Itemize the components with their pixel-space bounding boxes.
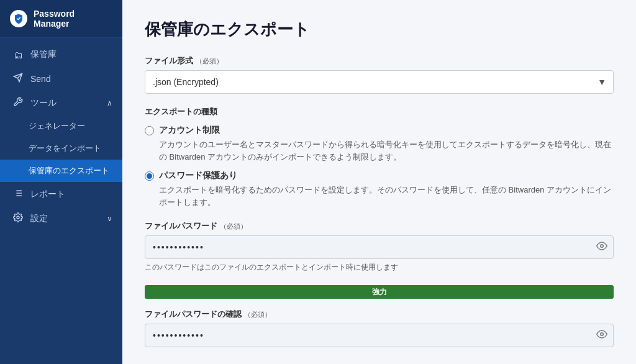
radio-option-account-restricted: アカウント制限 アカウントのユーザー名とマスターパスワードから得られる暗号化キー…	[145, 125, 614, 163]
confirm-password-label: ファイルパスワードの確認（必須）	[145, 309, 614, 320]
sidebar-item-vault-label: 保管庫	[30, 49, 57, 60]
radio-row-password: パスワード保護あり	[145, 170, 614, 181]
page-title: 保管庫のエクスポート	[145, 19, 614, 40]
radio-password-label[interactable]: パスワード保護あり	[159, 170, 237, 181]
strength-bar-container: 強力	[145, 285, 614, 299]
sidebar-item-generator[interactable]: ジェネレーター	[0, 115, 122, 137]
file-format-select-wrapper: .json (Encrypted) .json .csv ▼	[145, 70, 614, 94]
file-format-select[interactable]: .json (Encrypted) .json .csv	[145, 70, 614, 94]
send-icon	[12, 73, 24, 84]
strength-bar: 強力	[145, 285, 614, 299]
sidebar: Password Manager 🗂 保管庫 Send ツール ∧	[0, 0, 122, 364]
strength-label: 強力	[372, 287, 387, 298]
radio-account-restricted[interactable]	[145, 126, 154, 135]
svg-point-8	[601, 333, 604, 336]
vault-icon: 🗂	[12, 50, 24, 60]
file-password-section: ファイルパスワード（必須） このパスワードはこのファイルのエクスポートとインポー…	[145, 221, 614, 273]
sidebar-item-reports-label: レポート	[30, 189, 65, 200]
sidebar-item-settings-label: 設定	[30, 213, 48, 224]
sidebar-item-export-label: 保管庫のエクスポート	[29, 165, 109, 176]
sidebar-item-import-data[interactable]: データをインポート	[0, 137, 122, 160]
sidebar-item-tools-label: ツール	[30, 98, 57, 109]
settings-chevron-icon: ∨	[107, 214, 112, 223]
export-type-label: エクスポートの種類	[145, 106, 614, 117]
reports-icon	[12, 188, 24, 200]
export-type-radio-group: アカウント制限 アカウントのユーザー名とマスターパスワードから得られる暗号化キー…	[145, 125, 614, 208]
confirm-password-input-wrapper	[145, 324, 614, 347]
tools-icon	[12, 97, 24, 109]
sidebar-item-tools[interactable]: ツール ∧	[0, 91, 122, 115]
sidebar-item-import-label: データをインポート	[29, 143, 101, 154]
tools-chevron-icon: ∧	[107, 99, 112, 107]
sidebar-item-send[interactable]: Send	[0, 66, 122, 91]
file-password-hint: このパスワードはこのファイルのエクスポートとインポート時に使用します	[145, 262, 614, 273]
radio-account-desc: アカウントのユーザー名とマスターパスワードから得られる暗号化キーを使用してエクス…	[145, 139, 614, 163]
sidebar-header: Password Manager	[0, 0, 122, 38]
sidebar-item-export-vault[interactable]: 保管庫のエクスポート	[0, 160, 122, 182]
sidebar-item-reports[interactable]: レポート	[0, 182, 122, 206]
radio-option-password-protected: パスワード保護あり エクスポートを暗号化するためのパスワードを設定します。そのパ…	[145, 170, 614, 208]
confirm-password-input[interactable]	[145, 324, 614, 347]
radio-password-protected[interactable]	[145, 171, 154, 181]
file-password-input-wrapper	[145, 235, 614, 259]
file-password-input[interactable]	[145, 235, 614, 259]
sidebar-item-generator-label: ジェネレーター	[29, 121, 85, 132]
sidebar-nav: 🗂 保管庫 Send ツール ∧ ジェネレーター	[0, 38, 122, 364]
eye-icon-confirm[interactable]	[596, 329, 607, 342]
svg-point-7	[601, 245, 604, 248]
sidebar-item-settings[interactable]: 設定 ∨	[0, 206, 122, 230]
radio-account-label[interactable]: アカウント制限	[159, 125, 220, 136]
sidebar-item-vault[interactable]: 🗂 保管庫	[0, 43, 122, 66]
sidebar-item-send-label: Send	[30, 74, 51, 84]
eye-icon-password[interactable]	[596, 240, 607, 254]
radio-password-desc: エクスポートを暗号化するためのパスワードを設定します。そのパスワードを使用して、…	[145, 184, 614, 208]
main-content: 保管庫のエクスポート ファイル形式（必須） .json (Encrypted) …	[122, 0, 636, 364]
export-type-section: エクスポートの種類 アカウント制限 アカウントのユーザー名とマスターパスワードか…	[145, 106, 614, 208]
app-title: Password Manager	[34, 9, 112, 29]
file-format-label: ファイル形式（必須）	[145, 55, 614, 66]
settings-icon	[12, 212, 24, 224]
radio-row-account: アカウント制限	[145, 125, 614, 136]
file-format-section: ファイル形式（必須） .json (Encrypted) .json .csv …	[145, 55, 614, 94]
confirm-password-section: ファイルパスワードの確認（必須）	[145, 309, 614, 347]
svg-point-6	[17, 216, 19, 219]
app-logo	[10, 10, 27, 27]
file-password-label: ファイルパスワード（必須）	[145, 221, 614, 232]
